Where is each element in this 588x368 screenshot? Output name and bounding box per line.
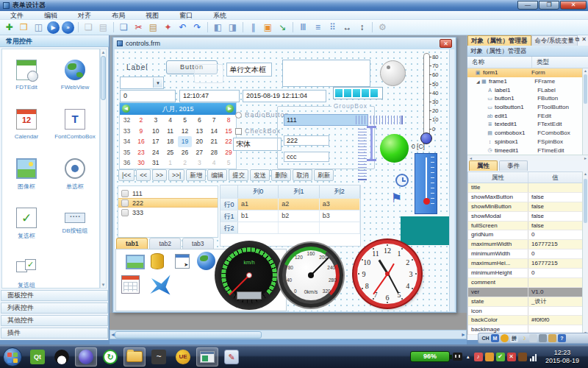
calendar-control[interactable]: ◄ 八月, 2015 ► 322345678339101112131415341… — [119, 102, 237, 169]
property-row[interactable]: minimumHeight0 — [468, 269, 583, 278]
property-value[interactable]: #f0f0f0 — [528, 316, 583, 325]
calendar-day[interactable]: 24 — [148, 147, 163, 158]
tree-row-timeedit1[interactable]: ◷timeedit1FTimeEdit — [467, 146, 583, 155]
toolbar-insert-widget-icon[interactable]: ✦ — [162, 21, 174, 34]
language-bar-icon[interactable] — [529, 334, 537, 342]
form-close-button[interactable]: ✕ — [440, 39, 452, 48]
calendar-day[interactable]: 21 — [207, 136, 221, 147]
tab-tab1[interactable]: tab1 — [116, 238, 148, 249]
form-window-titlebar[interactable]: controls.frm ✕ — [114, 38, 455, 49]
check-list-item[interactable]: 111 — [118, 188, 218, 198]
maximize-button[interactable]: ❐ — [539, 1, 559, 10]
tree-vertical-scrollbar[interactable]: ▲ — [582, 68, 588, 155]
calendar-day[interactable]: 13 — [192, 126, 207, 137]
taskbar-app-sync[interactable]: ↻ — [99, 347, 121, 367]
calendar-day[interactable]: 16 — [134, 136, 148, 147]
table-column-header[interactable]: 列2 — [320, 185, 360, 198]
toolbar-new-icon[interactable]: ✚ — [3, 21, 15, 34]
table-cell[interactable]: a3 — [320, 199, 360, 210]
vertical-slider-control[interactable] — [358, 129, 367, 180]
calendar-day[interactable]: 25 — [163, 147, 178, 158]
palette-item[interactable]: Calendar — [2, 105, 51, 154]
palette-item[interactable]: FDTEdit — [2, 55, 51, 105]
toolbar-settings-disabled-icon[interactable]: ⚙ — [376, 21, 389, 34]
property-value[interactable]: _设计 — [528, 297, 583, 306]
mdi-horizontal-scrollbar[interactable]: ◄ ► — [110, 330, 467, 339]
tab-tab3[interactable]: tab3 — [182, 238, 214, 249]
table-cell[interactable]: a1 — [238, 199, 279, 210]
tree-column-name[interactable]: 名称 — [467, 57, 532, 68]
tray-icon[interactable] — [518, 353, 527, 361]
menu-item[interactable]: 窗口 — [169, 11, 203, 20]
table-row[interactable]: 行0a1a2a3 — [220, 199, 360, 210]
calendar-day[interactable]: 7 — [207, 115, 221, 126]
datetime-edit-control[interactable]: 2015-08-19 12:11:04 — [243, 90, 326, 102]
toolbar-send-back-icon[interactable]: ◨ — [226, 21, 239, 34]
toolbar-grid-icon[interactable]: ⠿ — [326, 21, 339, 34]
taskbar-app-swirl[interactable] — [75, 347, 97, 367]
palette-section-header[interactable]: 插件 — [1, 328, 108, 339]
db-nav-button[interactable]: 取消 — [293, 169, 312, 181]
window-icon[interactable] — [175, 254, 190, 269]
tree-row-button1[interactable]: ▭button1FButton — [467, 94, 583, 103]
chevron-down-icon[interactable]: ▼ — [153, 78, 162, 88]
property-value[interactable]: V1.0 — [528, 288, 583, 297]
property-value[interactable]: 0 — [528, 250, 583, 258]
db-nav-button[interactable]: 编辑 — [207, 169, 227, 181]
taskbar-app-folder[interactable] — [123, 347, 146, 367]
palette-section-header[interactable]: 面板控件 — [1, 290, 108, 301]
minimize-button[interactable]: — — [517, 1, 538, 10]
language-bar-icon[interactable]: ☽ — [520, 334, 528, 342]
taskbar-app-qt[interactable]: Qt — [26, 347, 49, 367]
inspector-tab[interactable]: 对象（属性）管理器 — [467, 35, 531, 46]
calendar-day[interactable]: 23 — [134, 147, 148, 158]
table-cell[interactable] — [238, 222, 279, 233]
toolbar-same-width-icon[interactable]: Ⅲ — [297, 21, 309, 34]
taskbar-app-ue[interactable]: UE — [172, 347, 194, 367]
calendar-day[interactable]: 20 — [192, 136, 207, 147]
palette-section-header[interactable]: 其他控件 — [1, 315, 108, 326]
table-row-header[interactable]: 行2 — [220, 222, 238, 233]
toolbar-copy-icon[interactable]: ❏ — [118, 21, 130, 34]
property-row[interactable]: maximumWidth16777215 — [468, 240, 583, 250]
toolbutton-control[interactable] — [194, 64, 223, 83]
network-signal-icon[interactable] — [530, 353, 537, 361]
bird-icon[interactable] — [149, 274, 171, 296]
menu-item[interactable]: 系统 — [203, 11, 237, 20]
line-edit-control[interactable]: 单行文本框 — [226, 63, 272, 77]
table-cell[interactable]: b1 — [238, 210, 279, 222]
scroll-down-icon[interactable]: ▼ — [101, 282, 106, 288]
property-row[interactable]: state_设计 — [468, 297, 583, 307]
inspector-tab[interactable]: 命令/系统变量 — [531, 35, 578, 46]
checkbox-icon[interactable] — [121, 190, 129, 197]
calendar-day[interactable]: 5 — [221, 158, 236, 169]
tree-row-frame1[interactable]: ◢▦frame1FFrame — [467, 77, 583, 86]
calendar-day[interactable]: 11 — [163, 126, 178, 137]
tree-horizontal-scrollbar[interactable]: ◄► — [467, 155, 588, 160]
range-slider-control[interactable] — [367, 126, 376, 161]
table-cell[interactable]: a2 — [279, 199, 319, 210]
spinbox-control[interactable]: 0 — [120, 90, 176, 102]
toolbar-open-icon[interactable]: ❒ — [18, 21, 30, 34]
property-row[interactable]: icon — [468, 307, 583, 316]
taskbar-app-dark[interactable]: ~ — [148, 347, 170, 367]
language-bar-icon[interactable] — [501, 334, 509, 342]
tree-row-textedit1[interactable]: ≣textedit1FTextEdit — [467, 120, 583, 129]
picture-icon[interactable] — [126, 255, 145, 269]
tree-row-toolbutton1[interactable]: ▭toolbutton1FToolButton — [467, 103, 583, 112]
canvas-vertical-scrollbar[interactable] — [449, 49, 454, 311]
table-cell[interactable] — [279, 222, 319, 233]
palette-item[interactable]: 复选框 — [2, 203, 51, 252]
toolbar-h-space-icon[interactable]: ↔ — [341, 21, 354, 34]
language-bar-icon[interactable]: ? — [558, 334, 566, 342]
toolbar-same-height-icon[interactable]: ≡ — [312, 21, 324, 34]
db-nav-button[interactable]: >> — [152, 169, 167, 181]
groupbox-edit[interactable]: 222 — [284, 135, 329, 146]
check-list-item[interactable]: 222 — [118, 198, 218, 208]
analog-clock-control[interactable]: 123456789101112 — [354, 240, 421, 308]
palette-scrollbar[interactable]: ▲ ▼ — [100, 49, 107, 289]
property-row[interactable]: showMinButtonfalse — [468, 202, 583, 212]
calendar-day[interactable]: 31 — [148, 158, 163, 169]
calendar-day[interactable]: 27 — [192, 147, 207, 158]
property-row[interactable]: verV1.0 — [468, 288, 583, 297]
